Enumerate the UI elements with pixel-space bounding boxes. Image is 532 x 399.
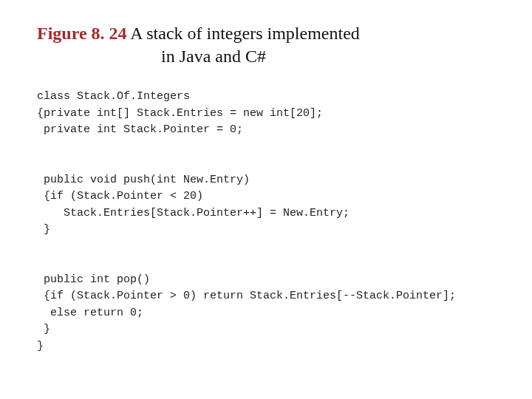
figure-caption-line-1: A stack of integers implemented <box>127 24 360 43</box>
figure-heading: Figure 8. 24 A stack of integers impleme… <box>37 22 495 68</box>
code-listing: class Stack.Of.Integers {private int[] S… <box>37 89 495 355</box>
figure-caption-line-2: in Java and C# <box>37 45 495 68</box>
figure-label: Figure 8. 24 <box>37 24 127 43</box>
